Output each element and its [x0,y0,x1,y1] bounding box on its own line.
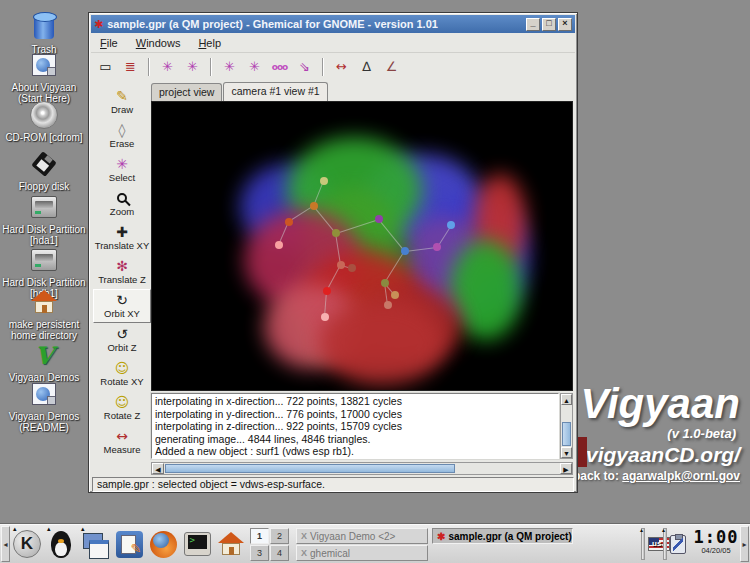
tab-project-view[interactable]: project view [151,83,222,101]
keyboard-layout-label: us [652,539,661,549]
terminal-launcher[interactable] [182,529,212,559]
tool-label: Zoom [110,207,134,217]
tool-orbit-z[interactable]: ↺ Orbit Z [93,323,151,357]
desktop-icon-vigyaan-demos[interactable]: V Vigyaan Demos [2,340,86,383]
vertical-scroll-thumb[interactable] [562,422,571,446]
titlebar[interactable]: ✱ sample.gpr (a QM project) - Ghemical f… [91,15,575,33]
tool-rotate-xy[interactable]: ☺ Rotate XY [93,357,151,391]
tux-launcher[interactable]: ▴ [46,529,76,559]
window-title: sample.gpr (a QM project) - Ghemical for… [107,18,524,30]
tool-zoom[interactable]: Zoom [93,187,151,221]
clock-time: 1:00 [692,527,740,547]
pager-desktop-1[interactable]: 1 [250,528,269,544]
rotate-z-icon: ☺ [115,395,130,411]
tool-measure[interactable]: ↔ Measure [93,425,151,459]
surface-blob [320,300,445,385]
home-launcher[interactable] [216,529,246,559]
firefox-launcher[interactable] [148,529,178,559]
editor-launcher[interactable] [114,529,144,559]
tray-handle[interactable] [641,528,645,560]
scroll-down-icon[interactable]: ▼ [561,447,572,458]
tool-select[interactable]: ✳ Select [93,153,151,187]
penguin-icon [51,531,71,558]
toolbar-separator [322,58,324,76]
build-labels-icon[interactable]: ✳ [242,56,267,78]
tool-label: Orbit XY [104,309,140,319]
kmenu-icon: K [13,530,41,558]
kmenu-button[interactable]: ▴ K [12,529,42,559]
build-molecule-icon[interactable]: ✳ [155,56,180,78]
pager-desktop-3[interactable]: 3 [250,545,269,561]
vigyaan-v-icon: V [35,341,54,370]
maximize-button[interactable]: □ [542,18,556,31]
task-label: Vigyaan Demo <2> [310,531,395,542]
log-line: interpolating in x-direction... 722 poin… [155,395,555,408]
task-vigyaan-demo[interactable]: X Vigyaan Demo <2> [296,528,428,544]
desktop-icon-floppy[interactable]: Floppy disk [2,149,86,192]
view-tabs: project view camera #1 view #1 [151,81,329,101]
scroll-up-icon[interactable]: ▲ [561,394,572,405]
log-horizontal-scrollbar[interactable]: ◀ ▶ [151,462,573,475]
log-vertical-scrollbar[interactable]: ▲ ▼ [560,393,573,459]
tool-rotate-z[interactable]: ☺ Rotate Z [93,391,151,425]
build-rings-icon[interactable]: ooo [267,56,292,78]
scroll-right-icon[interactable]: ▶ [560,463,572,474]
translate-xy-icon: ✚ [116,225,128,241]
icon-label: Vigyaan Demos (README) [2,411,86,433]
desktop-icon-trash[interactable]: Trash [2,12,86,55]
project-list-icon[interactable]: ≣ [118,56,143,78]
panel-hide-left-button[interactable]: ◂ [1,526,10,562]
panel-hide-right-button[interactable]: ▸ [740,526,749,562]
desktop-icon-cdrom[interactable]: CD-ROM [cdrom] [2,100,86,143]
task-ghemical[interactable]: X ghemical [296,545,428,561]
build-molecule-icon[interactable]: ✳ [217,56,242,78]
pager-desktop-4[interactable]: 4 [270,545,289,561]
pager-desktop-2[interactable]: 2 [270,528,289,544]
task-sample-gpr[interactable]: ✱ sample.gpr (a QM project) - Ghemi [432,528,573,544]
tool-draw[interactable]: ✎ Draw [93,85,151,119]
desktop-icon-persistent-home[interactable]: make persistent home directory [2,287,86,341]
measure-angle-icon[interactable]: ∆ [354,56,379,78]
viewport-3d[interactable] [151,101,573,391]
taskbar-clock[interactable]: 1:00 04/20/05 [692,527,740,555]
hard-disk-icon [31,249,57,271]
browser-doc-icon [32,383,56,405]
tool-erase[interactable]: ◊ Erase [93,119,151,153]
orbit-xy-icon: ↻ [116,293,128,309]
feedback-email: agarwalpk@ornl.gov [622,469,740,483]
desktop-pager: 1 2 3 4 [250,528,290,561]
log-line: interpolating in y-direction... 776 poin… [155,408,555,421]
log-line: interpolating in z-direction... 922 poin… [155,420,555,433]
measure-torsion-icon[interactable]: ∠ [379,56,404,78]
menu-file[interactable]: File [91,35,127,51]
atom [320,177,328,185]
tool-orbit-xy[interactable]: ↻ Orbit XY [93,289,151,323]
build-molecule-icon[interactable]: ✳ [180,56,205,78]
desktop-icon-about-vigyaan[interactable]: About Vigyaan (Start Here) [2,50,86,104]
menu-windows[interactable]: Windows [127,35,190,51]
atom [285,218,293,226]
pencil-icon: ✎ [116,89,128,105]
tool-translate-z[interactable]: ✻ Translate Z [93,255,151,289]
log-output[interactable]: interpolating in x-direction... 722 poin… [151,393,559,459]
minimize-button[interactable]: _ [526,18,540,31]
wallpaper-vigyaan-logo: Vigyaan [580,380,740,428]
atom [447,221,455,229]
desktop-icon-vigyaan-readme[interactable]: Vigyaan Demos (README) [2,379,86,433]
measure-distance-icon[interactable]: ↔ [329,56,354,78]
project-new-icon[interactable]: ▭ [93,56,118,78]
tool-translate-xy[interactable]: ✚ Translate XY [93,221,151,255]
bond-tool-icon[interactable]: ⇘ [292,56,317,78]
tab-camera-view[interactable]: camera #1 view #1 [223,82,327,101]
cdrom-icon [30,101,58,129]
horizontal-scroll-thumb[interactable] [165,464,455,473]
klipper-icon[interactable] [670,535,686,554]
desktop-icon-hda1[interactable]: Hard Disk Partition [hda1] [2,192,86,246]
clock-date: 04/20/05 [692,547,740,555]
window-list-button[interactable]: ▴ [80,529,110,559]
atom [348,264,356,272]
menu-help[interactable]: Help [189,35,230,51]
close-button[interactable]: × [558,18,572,31]
scroll-left-icon[interactable]: ◀ [152,463,164,474]
tray-handle[interactable] [663,528,667,560]
